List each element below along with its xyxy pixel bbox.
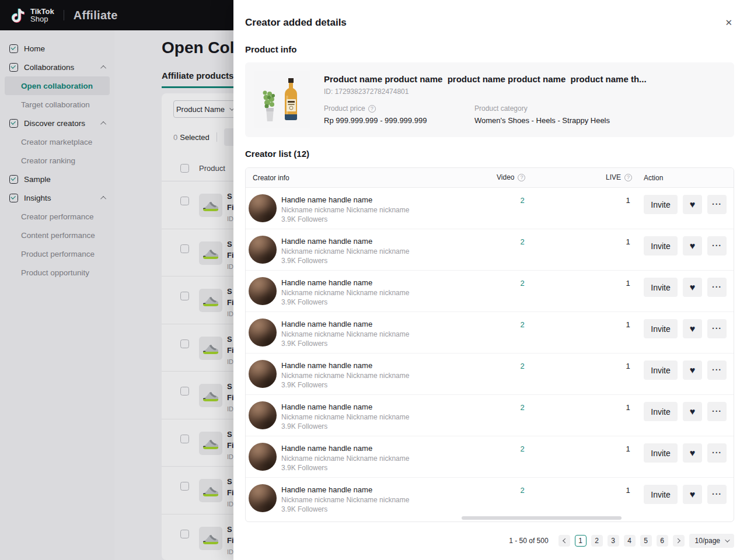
more-options-button[interactable]: ···	[707, 278, 727, 297]
page-button-6[interactable]: 6	[657, 535, 668, 547]
previous-page-button[interactable]	[558, 535, 570, 547]
invite-button[interactable]: Invite	[644, 236, 678, 256]
horizontal-scrollbar[interactable]	[462, 516, 622, 520]
more-options-button[interactable]: ···	[707, 195, 727, 214]
creator-nickname: Nickname nickname Nickname nickname	[281, 372, 409, 380]
video-count-link[interactable]: 2	[514, 362, 530, 370]
creator-added-details-modal: Creator added details ✕ Product info	[233, 0, 747, 560]
invite-button[interactable]: Invite	[644, 485, 678, 504]
creator-followers: 3.9K Followers	[281, 215, 327, 223]
live-count: 1	[620, 362, 636, 370]
favorite-heart-button[interactable]: ♥	[683, 360, 702, 380]
invite-button[interactable]: Invite	[644, 195, 678, 214]
creator-avatar[interactable]	[249, 277, 277, 305]
live-count: 1	[620, 444, 636, 453]
live-count: 1	[620, 196, 636, 205]
pagination-range-text: 1 - 50 of 500	[509, 537, 548, 545]
favorite-heart-button[interactable]: ♥	[683, 485, 702, 504]
creator-followers: 3.9K Followers	[281, 257, 327, 265]
creator-followers: 3.9K Followers	[281, 298, 327, 306]
creator-row: Handle name handle name Nickname nicknam…	[246, 271, 734, 312]
favorite-heart-button[interactable]: ♥	[683, 443, 702, 463]
creator-avatar[interactable]	[249, 194, 277, 222]
creator-avatar[interactable]	[249, 236, 277, 264]
pagination: 1 - 50 of 500 1 2 3 4 5 6 10/page	[509, 534, 734, 548]
creator-info-column-header: Creator info	[253, 174, 289, 182]
video-count-link[interactable]: 2	[514, 237, 530, 246]
creator-followers: 3.9K Followers	[281, 381, 327, 389]
page-button-2[interactable]: 2	[591, 535, 603, 547]
invite-button[interactable]: Invite	[644, 360, 678, 380]
favorite-heart-button[interactable]: ♥	[683, 319, 702, 338]
help-circle-icon[interactable]: ?	[518, 174, 525, 181]
more-options-button[interactable]: ···	[707, 402, 727, 421]
creator-nickname: Nickname nickname Nickname nickname	[281, 454, 409, 463]
invite-button[interactable]: Invite	[644, 443, 678, 463]
creator-followers: 3.9K Followers	[281, 422, 327, 430]
creator-nickname: Nickname nickname Nickname nickname	[281, 206, 409, 214]
creator-nickname: Nickname nickname Nickname nickname	[281, 413, 409, 421]
product-image	[254, 71, 310, 128]
chevron-left-icon	[563, 538, 567, 543]
favorite-heart-button[interactable]: ♥	[683, 236, 702, 256]
product-info-section-title: Product info	[245, 44, 296, 54]
live-count: 1	[620, 279, 636, 288]
product-price-value: Rp 999.999.999 - 999.999.999	[324, 116, 427, 125]
video-count-link[interactable]: 2	[514, 196, 530, 205]
video-count-link[interactable]: 2	[514, 486, 530, 495]
video-count-link[interactable]: 2	[514, 403, 530, 412]
video-count-link[interactable]: 2	[514, 444, 530, 453]
creator-avatar[interactable]	[249, 443, 277, 471]
page-button-1[interactable]: 1	[575, 535, 587, 547]
creator-followers: 3.9K Followers	[281, 340, 327, 348]
live-column-header: LIVE ?	[606, 173, 632, 181]
creator-handle: Handle name handle name	[281, 444, 372, 453]
video-count-link[interactable]: 2	[514, 279, 530, 288]
video-column-header: Video ?	[497, 173, 525, 181]
invite-button[interactable]: Invite	[644, 278, 678, 297]
creator-nickname: Nickname nickname Nickname nickname	[281, 330, 409, 338]
product-category-value: Women's Shoes - Heels - Strappy Heels	[474, 116, 610, 125]
creator-nickname: Nickname nickname Nickname nickname	[281, 496, 409, 504]
action-column-header: Action	[644, 174, 663, 182]
page-button-4[interactable]: 4	[624, 535, 636, 547]
help-circle-icon[interactable]: ?	[368, 105, 376, 113]
more-options-button[interactable]: ···	[707, 236, 727, 256]
chevron-down-icon	[725, 537, 729, 542]
creator-avatar[interactable]	[249, 360, 277, 388]
invite-button[interactable]: Invite	[644, 402, 678, 421]
page-button-3[interactable]: 3	[608, 535, 619, 547]
invite-button[interactable]: Invite	[644, 319, 678, 338]
favorite-heart-button[interactable]: ♥	[683, 195, 702, 214]
more-options-button[interactable]: ···	[707, 319, 727, 338]
video-count-link[interactable]: 2	[514, 320, 530, 329]
creator-nickname: Nickname nickname Nickname nickname	[281, 247, 409, 256]
next-page-button[interactable]	[673, 535, 685, 547]
product-name: Product name product name product name p…	[324, 74, 647, 84]
creator-handle: Handle name handle name	[281, 361, 372, 370]
creator-list-body: Handle name handle name Nickname nicknam…	[246, 188, 734, 519]
creator-row: Handle name handle name Nickname nicknam…	[246, 478, 734, 519]
creator-avatar[interactable]	[249, 401, 277, 429]
page-size-dropdown[interactable]: 10/page	[689, 534, 734, 548]
favorite-heart-button[interactable]: ♥	[683, 278, 702, 297]
close-icon[interactable]: ✕	[725, 18, 732, 28]
more-options-button[interactable]: ···	[707, 360, 727, 380]
product-category-field: Product category Women's Shoes - Heels -…	[474, 104, 610, 125]
live-count: 1	[620, 320, 636, 329]
more-options-button[interactable]: ···	[707, 443, 727, 463]
favorite-heart-button[interactable]: ♥	[683, 402, 702, 421]
product-info-card: Product name product name product name p…	[245, 62, 734, 137]
creator-handle: Handle name handle name	[281, 195, 372, 204]
chevron-right-icon	[675, 538, 680, 543]
more-options-button[interactable]: ···	[707, 485, 727, 504]
creator-avatar[interactable]	[249, 484, 277, 512]
creator-list-table: Creator info Video ? LIVE ? Action Handl…	[245, 167, 734, 522]
product-price-field: Product price ? Rp 999.999.999 - 999.999…	[324, 104, 427, 125]
creator-handle: Handle name handle name	[281, 320, 372, 328]
creator-row: Handle name handle name Nickname nicknam…	[246, 229, 734, 271]
live-count: 1	[620, 237, 636, 246]
help-circle-icon[interactable]: ?	[624, 174, 632, 181]
page-button-5[interactable]: 5	[640, 535, 652, 547]
creator-avatar[interactable]	[249, 318, 277, 346]
